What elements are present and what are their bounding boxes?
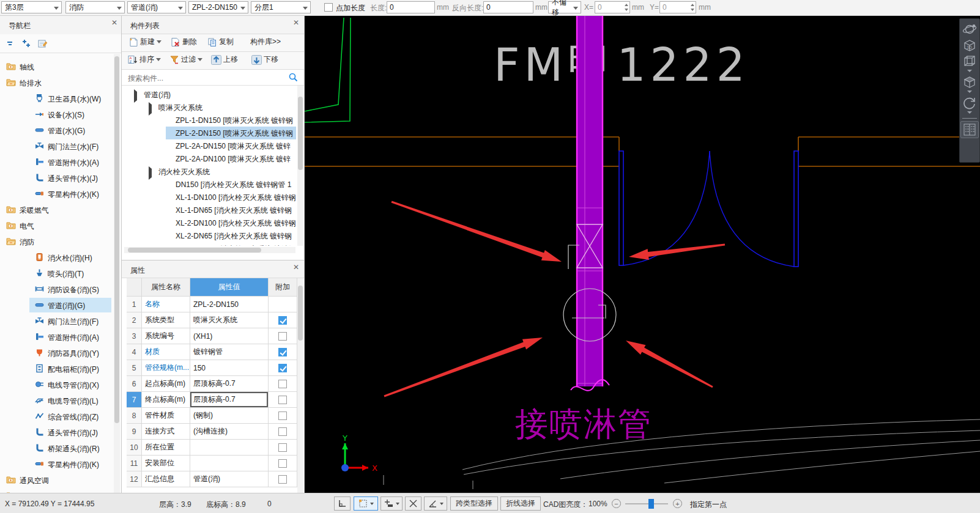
brightness-slider-handle[interactable] xyxy=(648,499,654,509)
copy-button[interactable]: 复制 xyxy=(207,37,234,47)
reverse-length-input[interactable] xyxy=(483,1,533,13)
brightness-slider-track[interactable] xyxy=(625,503,668,504)
polyline-select-button[interactable]: 折线选择 xyxy=(500,496,541,511)
sidebar-item-21[interactable]: 电缆导管(消)(L) xyxy=(0,393,114,408)
orbit-view-icon[interactable] xyxy=(961,21,978,37)
angle-select-button[interactable] xyxy=(424,496,447,511)
view-3d-icon[interactable]: 3D xyxy=(961,37,978,53)
property-value[interactable]: 150 xyxy=(190,360,269,376)
point-add-length-checkbox[interactable] xyxy=(324,3,333,12)
brightness-plus-button[interactable]: + xyxy=(673,499,682,508)
checkbox-unchecked[interactable] xyxy=(278,459,287,468)
brightness-minus-button[interactable]: − xyxy=(612,499,621,508)
search-input[interactable] xyxy=(127,72,285,85)
sidebar-item-23[interactable]: 通头管件(消)(J) xyxy=(0,424,114,440)
sidebar-item-7[interactable]: 通头管件(水)(J) xyxy=(0,170,114,186)
floor-dropdown[interactable]: 第3层 xyxy=(1,1,62,13)
rotate-view-icon[interactable] xyxy=(961,95,978,111)
sidebar-item-3[interactable]: 设备(水)(S) xyxy=(0,106,114,122)
move-up-button[interactable]: 上移 xyxy=(211,54,238,65)
sidebar-item-25[interactable]: 零星构件(消)(K) xyxy=(0,456,114,472)
checkbox-unchecked[interactable] xyxy=(278,380,287,388)
component-tree-vscrollbar[interactable] xyxy=(297,86,303,246)
sidebar-item-6[interactable]: 管道附件(水)(A) xyxy=(0,154,114,170)
component-dropdown[interactable]: ZPL-2-DN150 xyxy=(188,1,248,13)
component-tree-item-11[interactable]: XL-2-DN65 [消火栓灭火系统 镀锌钢 xyxy=(122,229,297,242)
checkbox-checked[interactable] xyxy=(278,348,287,356)
chevron-down-icon[interactable] xyxy=(967,90,972,93)
sidebar-item-5[interactable]: 阀门法兰(水)(F) xyxy=(0,138,114,154)
sidebar-item-16[interactable]: 阀门法兰(消)(F) xyxy=(0,313,114,329)
cross-select-button[interactable] xyxy=(405,496,421,511)
sidebar-item-18[interactable]: 消防器具(消)(Y) xyxy=(0,345,114,361)
component-tree-item-8[interactable]: XL-1-DN100 [消火栓灭火系统 镀锌钢 xyxy=(122,191,297,204)
cad-canvas[interactable]: FM甲1222接喷淋管YX 3D xyxy=(305,16,980,493)
shaded-view-icon[interactable] xyxy=(961,74,978,90)
point-snap-button[interactable] xyxy=(380,496,403,511)
checkbox-unchecked[interactable] xyxy=(278,332,287,341)
component-tree-item-2[interactable]: ZPL-1-DN150 [喷淋灭火系统 镀锌钢 xyxy=(122,114,297,127)
sidebar-item-9[interactable]: 采暖燃气 xyxy=(0,202,114,218)
close-icon[interactable]: ✕ xyxy=(293,18,299,27)
element-type-dropdown[interactable]: 管道(消) xyxy=(127,1,186,13)
checkbox-unchecked[interactable] xyxy=(278,396,287,404)
expand-all-icon[interactable] xyxy=(22,39,31,48)
cross-type-select-button[interactable]: 跨类型选择 xyxy=(450,496,498,511)
expand-arrow-icon[interactable] xyxy=(149,169,152,177)
sidebar-item-0[interactable]: 轴线 xyxy=(0,59,114,75)
search-icon[interactable] xyxy=(289,73,298,84)
close-icon[interactable]: ✕ xyxy=(293,263,299,271)
property-value[interactable] xyxy=(190,440,269,456)
sidebar-item-14[interactable]: 消防设备(消)(S) xyxy=(0,281,114,297)
wireframe-view-icon[interactable] xyxy=(961,53,978,69)
component-tree-item-0[interactable]: 管道(消) xyxy=(122,88,297,101)
library-button[interactable]: 构件库>> xyxy=(250,37,281,47)
display-settings-icon[interactable] xyxy=(960,121,979,138)
new-button[interactable]: 新建 xyxy=(129,37,161,47)
checkbox-unchecked[interactable] xyxy=(278,412,287,420)
component-tree-hscrollbar[interactable] xyxy=(124,247,295,253)
checkbox-unchecked[interactable] xyxy=(278,427,287,436)
chevron-down-icon[interactable] xyxy=(967,70,972,72)
sidebar-item-4[interactable]: 管道(水)(G) xyxy=(0,122,114,138)
checkbox-checked[interactable] xyxy=(278,316,287,325)
close-icon[interactable]: ✕ xyxy=(111,18,117,27)
property-value[interactable]: 层顶标高-0.7 xyxy=(190,376,269,392)
ortho-mode-button[interactable] xyxy=(334,496,351,511)
move-down-button[interactable]: 下移 xyxy=(251,54,278,65)
sidebar-item-20[interactable]: 电线导管(消)(X) xyxy=(0,377,114,393)
filter-button[interactable]: 过滤 xyxy=(169,54,202,65)
component-tree-item-5[interactable]: ZPL-2A-DN100 [喷淋灭火系统 镀锌 xyxy=(122,152,297,165)
checkbox-checked[interactable] xyxy=(278,364,287,372)
specialty-dropdown[interactable]: 消防 xyxy=(65,1,125,13)
sidebar-item-27[interactable]: 智控弱电 xyxy=(0,488,114,493)
y-offset-spinner[interactable] xyxy=(689,2,696,13)
property-value[interactable]: 层顶标高-0.7 xyxy=(190,392,269,408)
sidebar-item-24[interactable]: 桥架通头(消)(R) xyxy=(0,440,114,456)
component-tree-item-10[interactable]: XL-2-DN100 [消火栓灭火系统 镀锌钢 xyxy=(122,216,297,229)
checkbox-unchecked[interactable] xyxy=(278,443,287,452)
component-tree-item-1[interactable]: 喷淋灭火系统 xyxy=(122,101,297,114)
sidebar-item-11[interactable]: 消防 xyxy=(0,234,114,249)
delete-button[interactable]: 删除 xyxy=(171,37,197,47)
collapse-all-icon[interactable] xyxy=(6,39,15,48)
layer-dropdown[interactable]: 分层1 xyxy=(251,1,311,13)
component-tree-item-3[interactable]: ZPL-2-DN150 [喷淋灭火系统 镀锌钢 xyxy=(122,127,297,139)
component-tree-item-4[interactable]: ZPL-2A-DN150 [喷淋灭火系统 镀锌 xyxy=(122,139,297,152)
expand-arrow-icon[interactable] xyxy=(134,92,137,100)
sidebar-item-19[interactable]: 配电箱柜(消)(P) xyxy=(0,361,114,377)
component-tree-item-12[interactable]: XL-3-DN100 [消火栓灭火系统 镀锌钢 xyxy=(122,242,297,246)
component-tree-item-7[interactable]: DN150 [消火栓灭火系统 镀锌钢管 1 xyxy=(122,178,297,191)
rect-select-button[interactable] xyxy=(354,496,378,511)
component-tree-item-9[interactable]: XL-1-DN65 [消火栓灭火系统 镀锌钢 xyxy=(122,204,297,216)
edit-note-icon[interactable] xyxy=(38,39,47,48)
component-tree-item-6[interactable]: 消火栓灭火系统 xyxy=(122,165,297,178)
sidebar-item-12[interactable]: 消火栓(消)(H) xyxy=(0,249,114,265)
sidebar-item-1[interactable]: 给排水 xyxy=(0,75,114,90)
sidebar-item-22[interactable]: 综合管线(消)(Z) xyxy=(0,408,114,424)
sort-button[interactable]: AZ排序 xyxy=(128,54,161,65)
property-value[interactable]: 镀锌钢管 xyxy=(190,344,269,360)
sidebar-item-17[interactable]: 管道附件(消)(A) xyxy=(0,329,114,345)
chevron-down-icon[interactable] xyxy=(967,111,972,114)
length-input[interactable] xyxy=(387,1,435,13)
